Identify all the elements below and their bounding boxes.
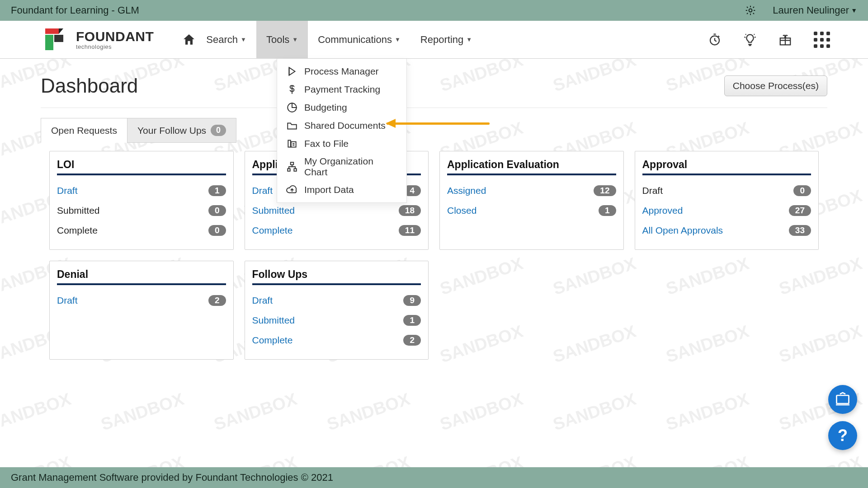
process-icon: [286, 66, 298, 77]
fab-training-icon[interactable]: [828, 385, 857, 414]
system-title: Foundant for Learning - GLM: [11, 5, 139, 16]
gift-icon[interactable]: [778, 33, 792, 47]
user-menu[interactable]: Lauren Neulinger ▼: [773, 5, 857, 16]
tab-your-follow-ups[interactable]: Your Follow Ups 0: [127, 118, 236, 143]
card-followups: Follow Ups Draft9 Submitted1 Complete2: [245, 261, 429, 360]
follow-ups-count-badge: 0: [211, 125, 226, 136]
org-chart-icon: [286, 161, 298, 173]
logo-mark-icon: [42, 24, 72, 56]
count-badge: 1: [208, 185, 226, 196]
svg-rect-4: [54, 35, 63, 42]
nav-tools[interactable]: Tools ▼: [256, 21, 308, 59]
svg-rect-9: [291, 162, 294, 164]
svg-marker-2: [59, 28, 63, 34]
folder-icon: [286, 120, 298, 131]
svg-rect-3: [45, 35, 53, 50]
chevron-down-icon: ▼: [466, 36, 472, 43]
chevron-down-icon: ▼: [292, 36, 298, 43]
logo-subtext: technologies: [76, 43, 154, 50]
tools-my-org-chart[interactable]: My Organization Chart: [277, 153, 406, 181]
svg-point-0: [749, 9, 752, 12]
fab-help-icon[interactable]: ?: [828, 421, 857, 450]
card-title: Approval: [642, 159, 811, 175]
home-icon[interactable]: [182, 33, 196, 47]
apps-grid-icon[interactable]: [814, 32, 830, 48]
count-badge: 0: [208, 205, 226, 216]
svg-rect-10: [288, 169, 290, 171]
tools-budgeting[interactable]: Budgeting: [277, 99, 406, 117]
tools-process-manager[interactable]: Process Manager: [277, 62, 406, 80]
settings-gear-icon[interactable]: [745, 5, 756, 16]
chevron-down-icon: ▼: [241, 36, 246, 43]
main-navbar: FOUNDANT technologies Search ▼ Tools ▼ C…: [0, 21, 868, 59]
loi-row-draft: Draft 1: [57, 181, 226, 201]
user-name: Lauren Neulinger: [773, 5, 849, 16]
stopwatch-icon[interactable]: [708, 33, 722, 47]
card-loi: LOI Draft 1 Submitted 0 Complete 0: [49, 151, 234, 250]
choose-process-button[interactable]: Choose Process(es): [724, 75, 827, 96]
svg-rect-1: [45, 28, 59, 34]
cloud-upload-icon: [286, 184, 298, 196]
card-evaluation: Application Evaluation Assigned12 Closed…: [439, 151, 624, 250]
tab-open-requests[interactable]: Open Requests: [41, 118, 127, 143]
count-badge: 0: [208, 225, 226, 236]
system-bar: Foundant for Learning - GLM Lauren Neuli…: [0, 0, 868, 21]
loi-row-complete: Complete 0: [57, 221, 226, 240]
card-title: LOI: [57, 159, 226, 175]
footer-text: Grant Management Software provided by Fo…: [11, 472, 333, 483]
card-denial: Denial Draft2: [49, 261, 234, 360]
lightbulb-icon[interactable]: [743, 33, 757, 47]
tools-fax-to-file[interactable]: Fax to File: [277, 135, 406, 153]
pie-chart-icon: [286, 102, 298, 113]
footer-bar: Grant Management Software provided by Fo…: [0, 467, 868, 488]
page-title: Dashboard: [41, 75, 138, 97]
annotation-arrow: [387, 120, 495, 128]
tools-payment-tracking[interactable]: Payment Tracking: [277, 80, 406, 99]
svg-rect-11: [294, 169, 296, 171]
tools-import-data[interactable]: Import Data: [277, 181, 406, 199]
card-title: Follow Ups: [252, 268, 421, 285]
chevron-down-icon: ▼: [395, 36, 401, 43]
nav-communications[interactable]: Communications ▼: [308, 21, 410, 59]
card-approval: Approval Draft0 Approved27 All Open Appr…: [635, 151, 819, 250]
nav-search[interactable]: Search ▼: [196, 21, 256, 59]
svg-rect-12: [837, 395, 849, 404]
dollar-icon: [286, 84, 298, 95]
loi-row-submitted: Submitted 0: [57, 201, 226, 221]
svg-rect-7: [288, 140, 290, 147]
tools-dropdown: Process Manager Payment Tracking Budgeti…: [277, 59, 407, 203]
nav-reporting[interactable]: Reporting ▼: [410, 21, 482, 59]
logo-text: FOUNDANT: [76, 29, 154, 44]
header-divider: [41, 108, 827, 108]
chevron-down-icon: ▼: [851, 7, 857, 14]
fax-icon: [286, 138, 298, 150]
card-title: Denial: [57, 268, 226, 285]
foundant-logo[interactable]: FOUNDANT technologies: [42, 24, 154, 56]
card-title: Application Evaluation: [447, 159, 616, 175]
svg-rect-8: [291, 142, 296, 147]
